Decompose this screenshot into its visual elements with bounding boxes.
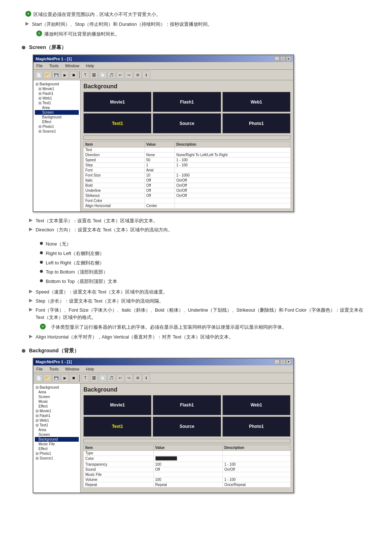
prop-row-text[interactable]: Text (84, 147, 290, 153)
tb2-play[interactable]: ▶ (61, 374, 69, 382)
tb2-settings[interactable]: ⚙ (134, 374, 142, 382)
prop2-row-repeat[interactable]: Repeat Repeat Once/Repeat (84, 482, 290, 487)
tree-movie1[interactable]: ⊟ Movie1 (35, 86, 79, 91)
tree2-musicfile[interactable]: Music File (35, 442, 79, 446)
tree-panel-2[interactable]: ⊟ Background Area Screen Music Effect ⊟ … (33, 384, 81, 493)
prop-row-fontsize[interactable]: Font Size 10 1 - 1000 (84, 173, 290, 178)
menu-window-2[interactable]: Window (64, 366, 81, 372)
tree-panel-1[interactable]: ⊟ Background ⊟ Movie1 ⊟ Flash1 ⊟ Web1 ⊟ … (33, 80, 81, 211)
minimize-btn-1[interactable]: _ (274, 56, 279, 61)
tb-music[interactable]: 🎵 (107, 71, 115, 79)
menu-file-1[interactable]: File (35, 63, 44, 69)
prop-row-fontcolor[interactable]: Font Color (84, 198, 290, 203)
menu-tools-1[interactable]: Tools (48, 63, 60, 69)
prop-row-speed[interactable]: Speed 50 1 - 100 (84, 158, 290, 163)
tb2-new[interactable]: 📄 (35, 374, 43, 382)
tree-web1[interactable]: ⊟ Web1 (35, 96, 79, 101)
tb2-text[interactable]: T (81, 374, 89, 382)
prop2-row-color[interactable]: Color (84, 455, 290, 462)
tree2-photo1[interactable]: ⊟ Photo1 (35, 451, 79, 456)
tree-effect-1[interactable]: Effect (35, 119, 79, 124)
minimize-btn-2[interactable]: _ (274, 360, 279, 364)
prop-row-step[interactable]: Step 1 1 - 100 (84, 163, 290, 168)
tb-undo[interactable]: ↩ (116, 71, 124, 79)
maximize-btn-2[interactable]: □ (280, 360, 285, 364)
tb-save[interactable]: 💾 (52, 71, 60, 79)
tb2-open[interactable]: 📂 (44, 374, 52, 382)
tree2-label-effect-sub: Effect (38, 447, 48, 451)
menu-tools-2[interactable]: Tools (48, 366, 60, 372)
menu-help-1[interactable]: Help (85, 63, 96, 69)
tree2-flash1[interactable]: ⊟ Flash1 (35, 413, 79, 418)
prop2-desc-sound: On/Off (222, 467, 290, 472)
tree2-effect[interactable]: Effect (35, 404, 79, 409)
tb-stop[interactable]: ⏹ (70, 71, 78, 79)
prop-row-alignh[interactable]: Align Horizontal Center (84, 203, 290, 208)
tree2-movie1[interactable]: ⊟ Movie1 (35, 409, 79, 413)
prop2-row-type[interactable]: Type (84, 450, 290, 455)
text-direction-notes: ▶ Text（文本显示）：设置在 Text（文本）区域显示的文本。 ▶ Dire… (22, 217, 370, 234)
tb-info[interactable]: ℹ (142, 71, 150, 79)
tree2-screen[interactable]: Screen (35, 394, 79, 399)
tb-open[interactable]: 📂 (44, 71, 52, 79)
tb2-music[interactable]: 🎵 (107, 374, 115, 382)
tb-settings[interactable]: ⚙ (134, 71, 142, 79)
tree-text1[interactable]: ⊟ Text1 (35, 101, 79, 105)
properties-table-1: Item Value Description Text Direction No… (83, 141, 290, 208)
prop-row-italic[interactable]: Italic Off On/Off (84, 178, 290, 183)
tree2-effect-sub[interactable]: Effect (35, 446, 79, 451)
maximize-btn-1[interactable]: □ (280, 56, 285, 61)
tree2-area-sub[interactable]: Area (35, 428, 79, 432)
tb-play[interactable]: ▶ (61, 71, 69, 79)
tb-redo[interactable]: ↪ (125, 71, 133, 79)
tb-new[interactable]: 📄 (35, 71, 43, 79)
tree2-source1[interactable]: ⊟ Source1 (35, 456, 79, 461)
tree-flash1[interactable]: ⊟ Flash1 (35, 91, 79, 96)
titlebar-1: MagicNetPro 1 - [1] _ □ × (33, 55, 293, 62)
tree2-area[interactable]: Area (35, 390, 79, 394)
tb-img[interactable]: 🖼 (90, 71, 98, 79)
prop-row-font[interactable]: Font Arial (84, 168, 290, 173)
tb2-undo[interactable]: ↩ (116, 374, 124, 382)
tree-source1[interactable]: ⊟ Source1 (35, 129, 79, 134)
tree2-screen-sub[interactable]: Screen (35, 432, 79, 437)
prop-row-direction[interactable]: Direction None None/Right To Left/Left T… (84, 153, 290, 158)
top-note-text-1: 区域位置必须在背景范围以内，区域大小不可大于背景大小。 (33, 11, 161, 19)
tree-label-bg: Background (40, 82, 59, 86)
tree2-music[interactable]: Music (35, 399, 79, 404)
menu-help-2[interactable]: Help (85, 366, 96, 372)
tree-screen-1[interactable]: Screen (35, 110, 79, 115)
close-btn-1[interactable]: × (286, 56, 291, 61)
prop2-row-volume[interactable]: Volume 100 1 - 100 (84, 477, 290, 482)
prop-row-bold[interactable]: Bold Off On/Off (84, 183, 290, 188)
prop-row-underline[interactable]: Underline Off On/Off (84, 188, 290, 193)
tree2-background-sub[interactable]: Background (35, 437, 79, 442)
tree2-text1[interactable]: ⊟ Text1 (35, 423, 79, 428)
tree-area-1[interactable]: Area (35, 105, 79, 110)
menu-file-2[interactable]: File (35, 366, 44, 372)
tree2-web1[interactable]: ⊟ Web1 (35, 418, 79, 423)
tb2-redo[interactable]: ↪ (125, 374, 133, 382)
preview-scrollbar-h[interactable] (83, 135, 290, 140)
tree-background-sub[interactable]: Background (35, 115, 79, 119)
tree-bg-1[interactable]: ⊟ Background (35, 82, 79, 86)
titlebar-buttons-1: _ □ × (274, 56, 291, 61)
close-btn-2[interactable]: × (286, 360, 291, 364)
prop2-item-sound: Sound (84, 467, 154, 472)
top-note-text-3: 播放时间不可比背景的播放时间长。 (44, 31, 120, 38)
tree2-bg[interactable]: ⊟ Background (35, 385, 79, 390)
prop-row-strikeout[interactable]: Strikeout Off On/Off (84, 193, 290, 198)
preview-scrollbar-h2[interactable] (83, 439, 290, 443)
prop2-row-musicfile[interactable]: Music File (84, 472, 290, 477)
prop2-row-sound[interactable]: Sound Off On/Off (84, 467, 290, 472)
menu-window-1[interactable]: Window (64, 63, 81, 69)
tb-text[interactable]: T (81, 71, 89, 79)
tb2-info[interactable]: ℹ (142, 374, 150, 382)
tree-photo1[interactable]: ⊟ Photo1 (35, 124, 79, 129)
prop2-row-transparency[interactable]: Transparency 100 1 - 100 (84, 462, 290, 467)
tb-clock[interactable]: 🕐 (99, 71, 107, 79)
tb2-stop[interactable]: ⏹ (70, 374, 78, 382)
tb2-save[interactable]: 💾 (52, 374, 60, 382)
tb2-img[interactable]: 🖼 (90, 374, 98, 382)
tb2-clock[interactable]: 🕐 (99, 374, 107, 382)
